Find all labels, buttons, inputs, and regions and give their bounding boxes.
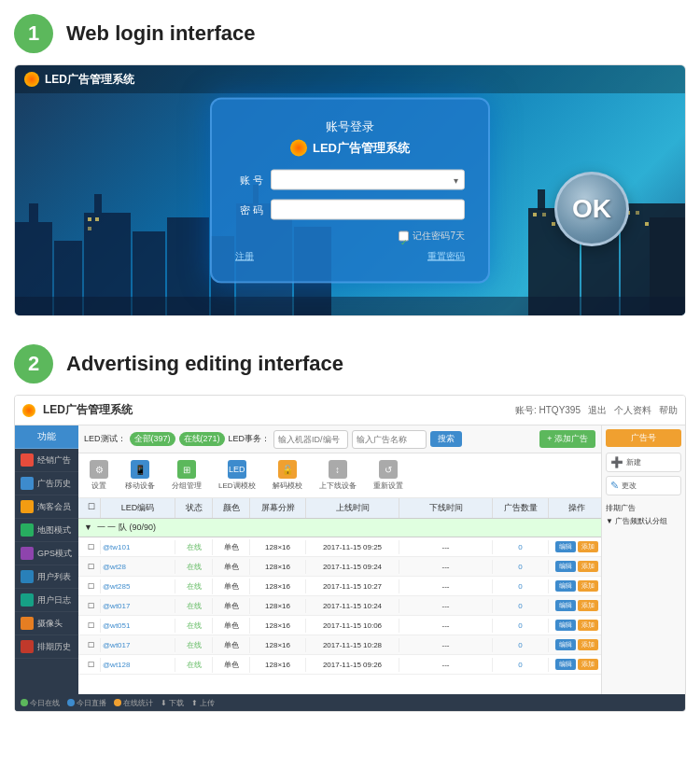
tool-group-label: 分组管理: [172, 481, 202, 491]
password-row: 密 码: [235, 200, 465, 220]
tool-led[interactable]: LED LED调模校: [213, 457, 261, 494]
sidebar-item-log[interactable]: 用户日志: [15, 589, 78, 612]
svg-rect-19: [533, 213, 537, 216]
app-title: LED广告管理系统: [43, 402, 508, 418]
svg-rect-24: [645, 222, 649, 226]
content-area: LED测试： 全部(397) 在线(271) LED事务： 搜索 + 添加广告 …: [78, 425, 601, 712]
bottom-today-online: 今日在线: [21, 698, 60, 708]
svg-rect-0: [15, 222, 52, 315]
tool-decode[interactable]: 🔓 解码模校: [267, 457, 308, 494]
filter-bar: LED测试： 全部(397) 在线(271) LED事务： 搜索 + 添加广告: [78, 425, 601, 453]
map-icon: [21, 523, 34, 537]
header-help[interactable]: 帮助: [659, 404, 678, 417]
remember-text: 记住密码7天: [413, 230, 465, 243]
right-panel-new[interactable]: ➕ 新建: [606, 453, 681, 472]
sidebar-item-users[interactable]: 用户列表: [15, 565, 78, 589]
sidebar: 功能 经销广告 广告历史 淘客会员 地图模式: [15, 425, 78, 712]
tool-group[interactable]: ⊞ 分组管理: [166, 457, 207, 494]
tool-settings[interactable]: ⚙ 设置: [84, 457, 114, 494]
sidebar-label-jingxiao: 经销广告: [37, 454, 71, 467]
table-row: ☐ @wt017 在线 单色 128×16 2017-11-15 10:24 -…: [78, 596, 601, 616]
password-label: 密 码: [235, 202, 263, 216]
sidebar-item-history[interactable]: 广告历史: [15, 472, 78, 495]
gps-icon: [21, 547, 34, 560]
app-header-right: 账号: HTQY395 退出 个人资料 帮助: [515, 404, 678, 417]
member-icon: [21, 500, 34, 513]
sidebar-label-gps: GPS模式: [37, 548, 72, 560]
app-body: 功能 经销广告 广告历史 淘客会员 地图模式: [15, 425, 685, 712]
filter-online-badge[interactable]: 在线(271): [179, 432, 225, 446]
svg-rect-5: [133, 231, 165, 315]
sidebar-item-member[interactable]: 淘客会员: [15, 495, 78, 519]
filter-all-badge[interactable]: 全部(397): [130, 432, 175, 446]
group-icon: ⊞: [177, 460, 196, 479]
login-dialog: 账号登录 LED广告管理系统 账 号 ▾ 密 码 ✓ 记住密码7天: [210, 98, 490, 284]
adv-screenshot: LED广告管理系统 账号: HTQY395 退出 个人资料 帮助 功能 经销广告…: [14, 395, 686, 712]
forgot-link[interactable]: 重置密码: [427, 250, 465, 263]
svg-rect-17: [95, 217, 99, 221]
table-row: ☐ @wt128 在线 单色 128×16 2017-11-15 09:26 -…: [78, 655, 601, 675]
svg-rect-12: [538, 189, 545, 210]
th-online: 上线时间: [306, 498, 399, 518]
th-ads: 广告数量: [493, 498, 549, 518]
settings-icon: ⚙: [90, 460, 108, 479]
sidebar-item-schedule[interactable]: 排期历史: [15, 635, 78, 659]
tool-reset-label: 重新设置: [373, 481, 403, 491]
filter-ad-input[interactable]: [352, 430, 427, 449]
section2-content: LED广告管理系统 账号: HTQY395 退出 个人资料 帮助 功能 经销广告…: [14, 395, 686, 712]
right-panel-edit[interactable]: ✎ 更改: [606, 476, 681, 495]
dot-stats: [114, 699, 121, 706]
sidebar-item-gps[interactable]: GPS模式: [15, 542, 78, 565]
tool-reset[interactable]: ↺ 重新设置: [368, 457, 409, 494]
app-logo-circle: [22, 404, 35, 417]
login-logo: LED广告管理系统: [24, 72, 134, 88]
reset-icon: ↺: [379, 460, 398, 479]
camera-icon: [21, 617, 34, 630]
sidebar-label-schedule: 排期历史: [37, 641, 71, 653]
remember-checkbox[interactable]: ✓: [399, 230, 409, 241]
header-account: 账号: HTQY395: [515, 404, 581, 417]
password-input[interactable]: [271, 200, 465, 220]
th-action: 操作: [549, 498, 601, 518]
tool-updown[interactable]: ↕ 上下线设备: [314, 457, 362, 494]
sidebar-func-label: 功能: [15, 425, 78, 449]
svg-rect-6: [167, 217, 209, 315]
ok-text: OK: [572, 194, 611, 224]
th-offline: 下线时间: [399, 498, 493, 518]
bottom-download: ⬇ 下载: [161, 698, 184, 708]
tool-move-label: 移动设备: [125, 481, 155, 491]
tool-settings-label: 设置: [91, 481, 106, 491]
tool-updown-label: 上下线设备: [319, 481, 357, 491]
svg-rect-25: [15, 297, 686, 315]
search-button[interactable]: 搜索: [430, 431, 462, 447]
updown-icon: ↕: [329, 460, 347, 479]
filter-machine-input[interactable]: [273, 430, 348, 449]
tool-move[interactable]: 📱 移动设备: [119, 457, 161, 494]
add-ad-button[interactable]: + 添加广告: [539, 430, 595, 448]
sidebar-item-camera[interactable]: 摄像头: [15, 612, 78, 635]
table-group-label: ▼ 一 一 队 (90/90): [78, 519, 601, 537]
schedule-icon: [21, 640, 34, 653]
th-name: LED编码: [101, 498, 175, 518]
header-out[interactable]: 退出: [588, 404, 607, 417]
table-row: ☐ @wt285 在线 单色 128×16 2017-11-15 10:27 -…: [78, 577, 601, 596]
ok-button[interactable]: OK: [554, 172, 629, 246]
right-panel: 广告号 ➕ 新建 ✎ 更改 排期广告 ▼ 广告频默认分组: [601, 425, 685, 712]
header-personal[interactable]: 个人资料: [614, 404, 651, 417]
sidebar-label-map: 地图模式: [37, 524, 71, 537]
app-header: LED广告管理系统 账号: HTQY395 退出 个人资料 帮助: [15, 396, 685, 425]
users-icon: [21, 570, 34, 583]
svg-rect-15: [650, 217, 686, 315]
svg-rect-14: [621, 203, 686, 315]
table-row: ☐ @wt051 在线 单色 128×16 2017-11-15 10:06 -…: [78, 616, 601, 635]
register-link[interactable]: 注册: [235, 250, 254, 263]
sidebar-item-jingxiao[interactable]: 经销广告: [15, 449, 78, 472]
bottom-upload: ⬆ 上传: [191, 698, 215, 708]
led-icon: LED: [228, 460, 246, 479]
username-input[interactable]: ▾: [271, 170, 465, 190]
sidebar-label-member: 淘客会员: [37, 501, 71, 513]
sidebar-item-map[interactable]: 地图模式: [15, 519, 78, 542]
tool-led-label: LED调模校: [218, 481, 256, 491]
log-icon: [21, 593, 34, 607]
th-res: 屏幕分辨: [250, 498, 306, 518]
